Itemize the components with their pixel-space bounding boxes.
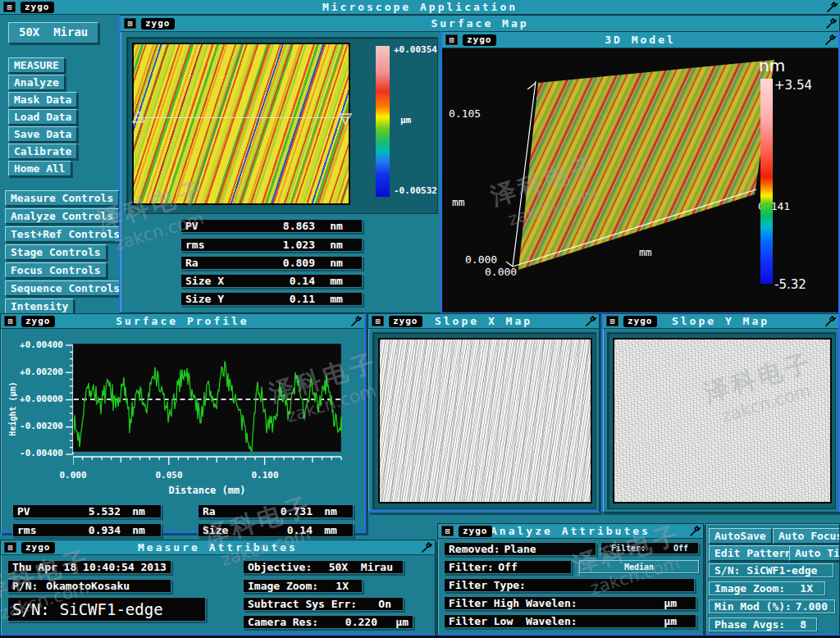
- close-icon[interactable]: ⊠: [4, 316, 16, 326]
- auto-focus-button[interactable]: Auto Focus: [773, 528, 840, 544]
- part-number-field[interactable]: P/N:OkamotoKosaku: [7, 579, 171, 593]
- analyze-controls-button[interactable]: Analyze Controls: [5, 208, 119, 224]
- surface-map-image[interactable]: [132, 43, 350, 205]
- measure-button[interactable]: MEASURE: [8, 57, 65, 73]
- zygo-logo: zygo: [389, 316, 422, 327]
- profile-plot-area[interactable]: [73, 344, 341, 452]
- y-tick-label: +0.00200: [17, 367, 63, 377]
- wrench-icon[interactable]: [350, 316, 362, 327]
- y-tick-label: +0.00000: [17, 394, 63, 404]
- 3d-surface-plot[interactable]: 0.105 mm 0.000 0.000 mm 0.141 nm +3.54 -…: [442, 48, 838, 312]
- close-icon[interactable]: ⊠: [124, 18, 136, 29]
- slice-line[interactable]: [134, 117, 349, 118]
- home-all-button[interactable]: Home All: [8, 161, 71, 176]
- load-data-button[interactable]: Load Data: [8, 109, 77, 125]
- filter-high-wavelen-field[interactable]: Filter High Wavelen:µm: [444, 596, 696, 610]
- autosave-button[interactable]: AutoSave: [709, 528, 772, 544]
- 3d-colorbar: [760, 79, 773, 284]
- sequence-controls-button[interactable]: Sequence Controls: [5, 280, 126, 296]
- save-data-button[interactable]: Save Data: [8, 126, 77, 142]
- wrench-icon[interactable]: [825, 18, 837, 30]
- stat-rms: rms1.023nm: [180, 238, 363, 252]
- slope-y-window: ⊠ zygo Slope Y Map: [601, 313, 840, 513]
- zygo-logo: zygo: [21, 316, 55, 327]
- close-icon[interactable]: ⊠: [3, 2, 16, 12]
- timestamp-field[interactable]: Thu Apr 18 10:40:54 2013: [7, 560, 171, 574]
- x-tick-label: 0.000: [53, 470, 93, 481]
- measure-attributes-window: ⊠ zygo Measure Attributes Thu Apr 18 10:…: [0, 540, 436, 636]
- auto-tilt-button[interactable]: Auto Tilt: [789, 545, 840, 561]
- zygo-logo: zygo: [623, 316, 657, 327]
- wrench-icon[interactable]: [824, 316, 836, 327]
- slice-left-handle[interactable]: [132, 111, 145, 124]
- slope-x-titlebar[interactable]: ⊠ zygo Slope X Map: [368, 314, 599, 329]
- surface-map-title: Surface Map: [121, 17, 839, 30]
- close-icon[interactable]: ⊠: [441, 526, 454, 536]
- surface-profile-titlebar[interactable]: ⊠ zygo Surface Profile: [1, 314, 364, 329]
- z-axis-min-label: 0.000: [465, 253, 497, 266]
- close-icon[interactable]: ⊠: [4, 542, 16, 553]
- 3d-colorbar-min: -5.32: [774, 277, 806, 292]
- intensity-button[interactable]: Intensity: [5, 298, 74, 314]
- removed-field[interactable]: Removed:Plane: [444, 542, 596, 556]
- filter-badge[interactable]: Filter:Off: [600, 542, 699, 554]
- slope-y-image[interactable]: [613, 338, 832, 504]
- wrench-icon[interactable]: [421, 542, 432, 554]
- camera-res-field[interactable]: Camera Res:0.220µm: [243, 615, 413, 629]
- calibrate-button[interactable]: Calibrate: [8, 144, 77, 159]
- slope-x-image[interactable]: [378, 338, 592, 504]
- mask-data-button[interactable]: Mask Data: [8, 92, 77, 107]
- surface-profile-window: ⊠ zygo Surface Profile Height (µm) +0.00…: [0, 313, 366, 533]
- x-axis-unit-label: mm: [639, 246, 652, 258]
- x-tick-label: 0.050: [149, 470, 189, 481]
- stage-controls-button[interactable]: Stage Controls: [5, 244, 107, 260]
- 3d-colorbar-max: +3.54: [774, 78, 812, 93]
- microscope-application: ⊠ zygo Microscope Application 50X Mirau …: [0, 0, 840, 638]
- phase-avgs-field[interactable]: Phase Avgs:8: [709, 617, 817, 631]
- colorbar-min-label: -0.00532: [394, 185, 437, 196]
- edit-pattern-button[interactable]: Edit Pattern: [709, 545, 797, 561]
- y-tick-label: +0.00400: [17, 340, 63, 350]
- z-axis-max-label: 0.105: [449, 107, 481, 120]
- wrench-icon[interactable]: [585, 316, 596, 327]
- analyze-button[interactable]: Analyze: [8, 75, 65, 90]
- surface-profile-title: Surface Profile: [1, 315, 364, 327]
- 3d-model-title: 3D Model: [442, 34, 838, 46]
- focus-controls-button[interactable]: Focus Controls: [5, 262, 107, 278]
- subtract-sys-err-field[interactable]: Subtract Sys Err:On: [243, 597, 404, 611]
- close-icon[interactable]: ⊠: [372, 316, 384, 326]
- measure-attributes-titlebar[interactable]: ⊠ zygo Measure Attributes: [1, 540, 435, 555]
- objective-field[interactable]: Objective:50X Mirau: [243, 560, 404, 574]
- close-icon[interactable]: ⊠: [445, 34, 458, 45]
- zygo-logo: zygo: [141, 18, 175, 30]
- main-titlebar[interactable]: ⊠ zygo Microscope Application: [0, 0, 840, 15]
- image-zoom-field[interactable]: Image Zoom:1X: [243, 579, 363, 593]
- 3d-model-titlebar[interactable]: ⊠ zygo 3D Model: [442, 32, 838, 48]
- wrench-icon[interactable]: [826, 2, 838, 13]
- wrench-icon[interactable]: [689, 526, 701, 537]
- profile-stat-ra: Ra0.731nm: [198, 504, 354, 518]
- measure-controls-button[interactable]: Measure Controls: [5, 190, 119, 206]
- panel-serial-field[interactable]: S/N:SiCWF1-edge: [709, 563, 833, 577]
- wrench-icon[interactable]: [824, 34, 836, 46]
- serial-number-field[interactable]: S/N:SiCWF1-edge: [7, 597, 206, 622]
- surface-map-titlebar[interactable]: ⊠ zygo Surface Map: [121, 16, 839, 32]
- min-mod-field[interactable]: Min Mod (%):7.000: [709, 599, 835, 613]
- profile-stat-rms: rms0.934nm: [12, 523, 162, 537]
- objective-button[interactable]: 50X Mirau: [8, 22, 98, 43]
- close-icon[interactable]: ⊠: [606, 316, 619, 326]
- y-tick-label: -0.00200: [17, 421, 63, 431]
- filter-field[interactable]: Filter:Off: [444, 560, 572, 574]
- zygo-logo: zygo: [459, 526, 492, 537]
- panel-image-zoom-field[interactable]: Image Zoom:1X: [709, 581, 825, 595]
- test-ref-controls-button[interactable]: Test+Ref Controls: [5, 226, 126, 242]
- median-button[interactable]: Median: [579, 560, 699, 573]
- app-title: Microscope Application: [0, 1, 840, 13]
- surface-map-colorbar: [376, 46, 390, 197]
- filter-low-wavelen-field[interactable]: Filter Low Wavelen:µm: [444, 614, 696, 628]
- analyze-attributes-titlebar[interactable]: ⊠ zygo Analyze Attributes: [438, 524, 703, 539]
- slice-right-handle[interactable]: [339, 112, 352, 125]
- filter-type-field[interactable]: Filter Type:: [444, 578, 695, 592]
- slope-y-titlebar[interactable]: ⊠ zygo Slope Y Map: [603, 314, 838, 329]
- sidebar-actions: MEASURE Analyze Mask Data Load Data Save…: [8, 57, 77, 176]
